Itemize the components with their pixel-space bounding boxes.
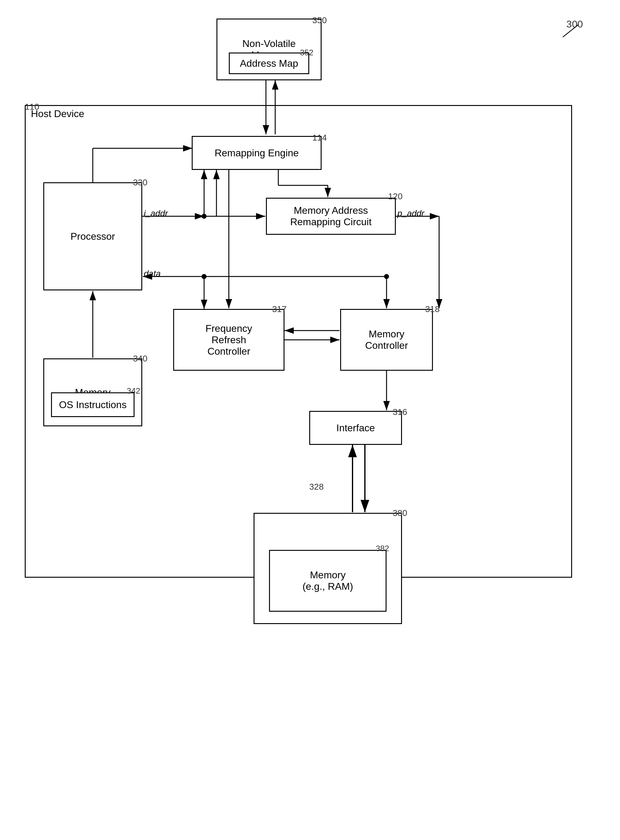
ref-110: 110	[25, 102, 39, 112]
i-addr-label: i_addr	[144, 208, 168, 218]
interface-box: Interface	[309, 411, 402, 445]
ref-380: 380	[393, 508, 407, 518]
data-label: data	[144, 269, 161, 279]
memory-ram-box: Memory(e.g., RAM)	[269, 550, 387, 612]
ref-340: 340	[133, 354, 147, 364]
ref-382: 382	[376, 544, 389, 553]
host-device-box	[25, 105, 572, 578]
os-instructions-label: OS Instructions	[59, 399, 127, 411]
processor-box: Processor	[43, 182, 142, 290]
p-addr-label: p_addr	[397, 208, 424, 218]
interface-label: Interface	[336, 422, 375, 434]
memory-address-remapping-label: Memory AddressRemapping Circuit	[290, 205, 372, 228]
address-map-label: Address Map	[240, 58, 298, 69]
ref-350: 350	[312, 15, 327, 26]
ref-316: 316	[393, 407, 407, 417]
frequency-refresh-box: FrequencyRefreshController	[173, 309, 284, 371]
memory-address-remapping-box: Memory AddressRemapping Circuit	[266, 198, 396, 235]
ref-328: 328	[309, 482, 324, 492]
ref-318: 318	[425, 304, 440, 314]
remapping-engine-box: Remapping Engine	[192, 136, 322, 170]
os-instructions-box: OS Instructions	[51, 392, 134, 417]
frequency-refresh-label: FrequencyRefreshController	[205, 323, 252, 357]
memory-controller-box: MemoryController	[340, 309, 433, 371]
ref-300: 300	[566, 18, 583, 30]
ref-317: 317	[272, 304, 287, 314]
memory-controller-label: MemoryController	[365, 328, 408, 351]
address-map-box: Address Map	[229, 52, 309, 74]
diagram: 300 Non-VolatileMemory 350 Address Map 3…	[0, 0, 620, 840]
processor-label: Processor	[71, 231, 115, 242]
ref-352: 352	[300, 48, 313, 57]
ref-114: 114	[312, 133, 327, 143]
ref-330: 330	[133, 178, 147, 188]
ref-342: 342	[127, 386, 140, 396]
ref-120: 120	[388, 192, 403, 201]
memory-ram-label: Memory(e.g., RAM)	[302, 569, 353, 592]
remapping-engine-label: Remapping Engine	[215, 147, 299, 159]
